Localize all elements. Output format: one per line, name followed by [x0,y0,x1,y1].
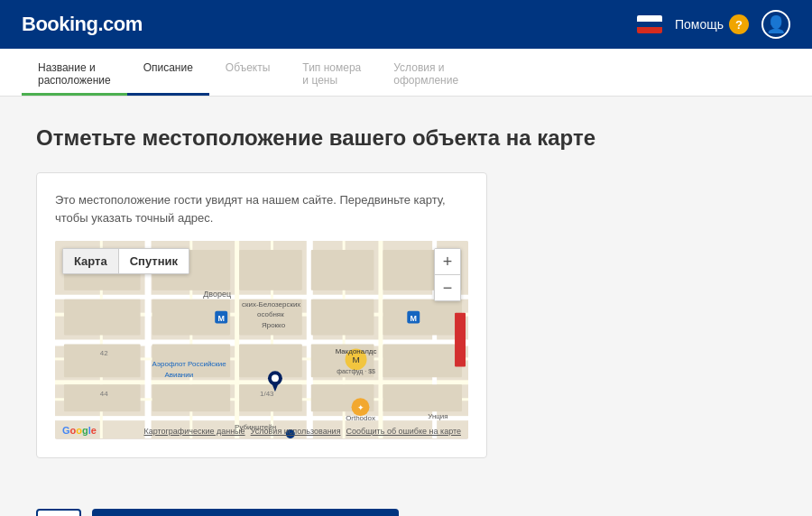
tab-description[interactable]: Описание [127,49,209,96]
svg-text:Макдоналдс: Макдоналдс [336,347,377,355]
svg-rect-35 [383,344,462,377]
map-type-toggle: Карта Спутник [62,248,189,274]
svg-rect-18 [64,299,141,336]
svg-rect-41 [455,313,466,367]
header-right: Помощь ? 👤 [637,10,790,39]
svg-text:M: M [352,355,359,364]
progress-tabs: Название ирасположение Описание Объекты … [0,49,812,97]
tab-conditions[interactable]: Условия иоформление [377,49,475,96]
map-type-map-btn[interactable]: Карта [63,249,118,273]
header: Booking.com Помощь ? 👤 [0,0,812,49]
map-data-link[interactable]: Картографические данные [143,427,245,436]
svg-text:М: М [411,314,417,323]
svg-point-64 [272,374,279,382]
svg-text:Аэрофлот Российские: Аэрофлот Российские [152,360,227,368]
svg-text:44: 44 [100,390,108,398]
map-footer-links: Картографические данные Условия использо… [143,427,461,436]
svg-rect-7 [235,241,239,438]
svg-rect-9 [378,241,383,438]
tab-room-prices[interactable]: Тип номераи цены [286,49,377,96]
tab-facilities[interactable]: Объекты [209,49,287,96]
svg-text:фастфуд · $$: фастфуд · $$ [337,368,375,375]
map-container[interactable]: М М Дворец ских-Белозерских особняк Ярок… [55,241,468,439]
back-button[interactable]: ‹ [36,509,81,516]
help-button[interactable]: Помощь ? [675,14,749,34]
svg-rect-25 [239,250,302,290]
svg-text:1/43: 1/43 [260,390,274,398]
svg-rect-3 [55,295,468,299]
report-error-link[interactable]: Сообщить об ошибке на карте [346,427,461,436]
map-description: Это местоположение гости увидят на нашем… [55,191,468,226]
google-logo: Google [62,425,97,436]
svg-text:особняк: особняк [257,310,284,318]
main-content: Отметьте местоположение вашего объекта н… [0,97,632,487]
user-icon[interactable]: 👤 [761,10,790,39]
google-attribution: Google [62,425,97,436]
help-label: Помощь [675,17,724,32]
continue-button[interactable]: Продолжить [92,509,399,516]
svg-text:Унция: Унция [428,412,448,420]
svg-text:М: М [217,314,224,323]
svg-text:✦: ✦ [357,403,364,412]
logo: Booking.com [22,13,143,36]
svg-text:ских-Белозерских: ских-Белозерских [242,300,300,309]
svg-rect-34 [383,299,462,336]
svg-rect-29 [311,250,374,290]
svg-rect-27 [239,344,302,377]
map-type-satellite-btn[interactable]: Спутник [119,249,189,273]
svg-rect-24 [152,384,231,411]
help-icon: ? [729,14,749,34]
zoom-out-btn[interactable]: − [435,275,460,300]
zoom-in-btn[interactable]: + [435,249,460,274]
svg-text:Авиании: Авиании [164,371,193,379]
flag-russia-icon[interactable] [637,15,662,33]
page-title: Отметьте местоположение вашего объекта н… [36,125,595,151]
tab-name-location[interactable]: Название ирасположение [22,49,127,96]
svg-text:Ярокко: Ярокко [262,321,286,329]
terms-link[interactable]: Условия использования [251,427,341,436]
map-zoom-controls: + − [434,248,461,301]
svg-rect-36 [383,384,462,411]
svg-text:Дворец: Дворец [203,290,231,299]
svg-rect-5 [55,416,468,420]
svg-rect-30 [311,299,374,336]
bottom-bar: ‹ Продолжить [0,487,812,516]
svg-rect-2 [55,380,468,384]
map-card: Это местоположение гости увидят на нашем… [36,172,487,458]
svg-text:42: 42 [100,349,108,357]
svg-text:Orthodox: Orthodox [346,414,375,422]
